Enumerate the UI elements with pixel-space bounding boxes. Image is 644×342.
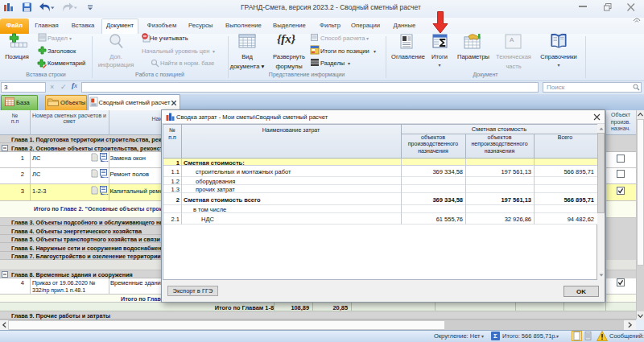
svg-text:A: A: [510, 36, 514, 43]
